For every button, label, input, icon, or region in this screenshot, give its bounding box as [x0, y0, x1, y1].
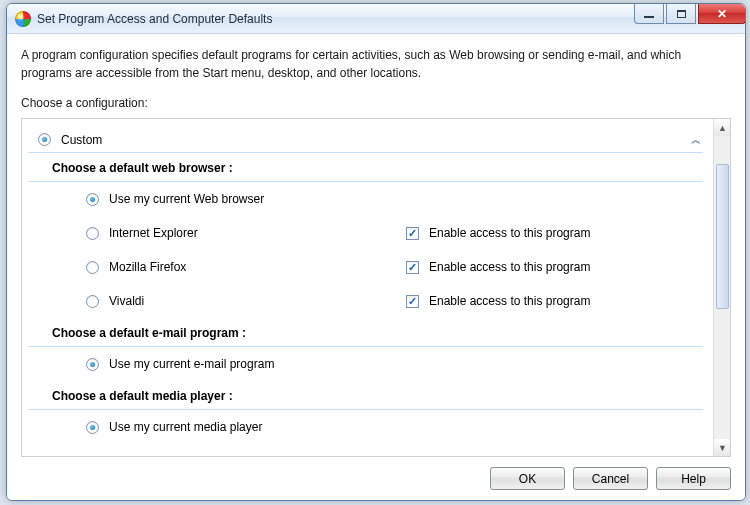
- vertical-scrollbar[interactable]: ▲ ▼: [713, 119, 730, 456]
- radio-media-current[interactable]: [86, 421, 99, 434]
- collapse-icon[interactable]: ︽: [691, 133, 697, 147]
- enable-access-firefox: Enable access to this program: [429, 260, 590, 274]
- checkbox-access-firefox[interactable]: [406, 261, 419, 274]
- cancel-button[interactable]: Cancel: [573, 467, 648, 490]
- section-media-title: Choose a default media player :: [28, 381, 703, 410]
- browser-option-ie[interactable]: Internet Explorer Enable access to this …: [28, 216, 703, 250]
- minimize-icon: [644, 16, 654, 18]
- scroll-up-button[interactable]: ▲: [714, 119, 731, 136]
- window-title: Set Program Access and Computer Defaults: [37, 12, 634, 26]
- email-option-current[interactable]: Use my current e-mail program: [28, 347, 703, 381]
- client-area: A program configuration specifies defaul…: [7, 34, 745, 500]
- choose-config-label: Choose a configuration:: [21, 96, 731, 110]
- ok-button[interactable]: OK: [490, 467, 565, 490]
- close-button[interactable]: ✕: [698, 4, 746, 24]
- radio-browser-ie[interactable]: [86, 227, 99, 240]
- maximize-icon: [677, 10, 686, 18]
- browser-option-vivaldi[interactable]: Vivaldi Enable access to this program: [28, 284, 703, 318]
- media-option-current[interactable]: Use my current media player: [28, 410, 703, 444]
- scroll-down-button[interactable]: ▼: [714, 439, 731, 456]
- email-current-label: Use my current e-mail program: [109, 357, 274, 371]
- browser-vivaldi-label: Vivaldi: [109, 294, 144, 308]
- browser-current-label: Use my current Web browser: [109, 192, 264, 206]
- section-email-title: Choose a default e-mail program :: [28, 318, 703, 347]
- radio-custom[interactable]: [38, 133, 51, 146]
- help-button[interactable]: Help: [656, 467, 731, 490]
- radio-browser-firefox[interactable]: [86, 261, 99, 274]
- media-current-label: Use my current media player: [109, 420, 262, 434]
- button-bar: OK Cancel Help: [21, 457, 731, 490]
- checkbox-access-ie[interactable]: [406, 227, 419, 240]
- browser-option-firefox[interactable]: Mozilla Firefox Enable access to this pr…: [28, 250, 703, 284]
- browser-option-current[interactable]: Use my current Web browser: [28, 182, 703, 216]
- close-icon: ✕: [717, 7, 727, 21]
- window-controls: ✕: [634, 4, 746, 24]
- radio-browser-current[interactable]: [86, 193, 99, 206]
- titlebar[interactable]: Set Program Access and Computer Defaults…: [7, 4, 745, 34]
- radio-browser-vivaldi[interactable]: [86, 295, 99, 308]
- browser-firefox-label: Mozilla Firefox: [109, 260, 186, 274]
- app-icon: [15, 11, 31, 27]
- radio-email-current[interactable]: [86, 358, 99, 371]
- checkbox-access-vivaldi[interactable]: [406, 295, 419, 308]
- browser-ie-label: Internet Explorer: [109, 226, 198, 240]
- config-panel: Custom ︽ Choose a default web browser : …: [21, 118, 731, 457]
- dialog-window: Set Program Access and Computer Defaults…: [6, 3, 746, 501]
- config-content: Custom ︽ Choose a default web browser : …: [22, 119, 713, 456]
- config-custom-row[interactable]: Custom ︽: [28, 127, 703, 153]
- section-browser-title: Choose a default web browser :: [28, 153, 703, 182]
- maximize-button[interactable]: [666, 4, 696, 24]
- enable-access-vivaldi: Enable access to this program: [429, 294, 590, 308]
- scroll-thumb[interactable]: [716, 164, 729, 309]
- minimize-button[interactable]: [634, 4, 664, 24]
- enable-access-ie: Enable access to this program: [429, 226, 590, 240]
- config-custom-label: Custom: [61, 133, 102, 147]
- intro-text: A program configuration specifies defaul…: [21, 46, 731, 82]
